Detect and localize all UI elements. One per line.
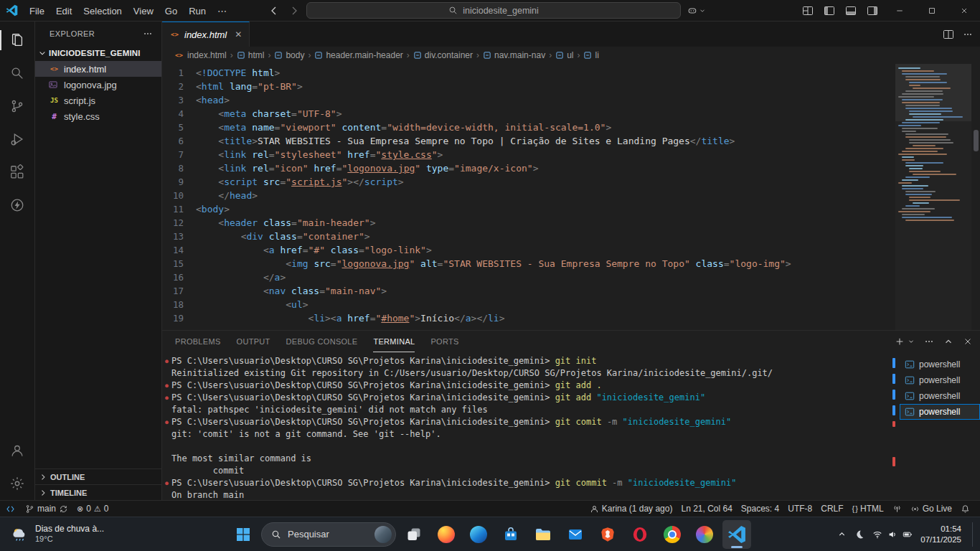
folder-root[interactable]: INICIODESITE_GEMINI — [35, 45, 161, 61]
store-icon[interactable] — [496, 520, 525, 549]
status-scm-info[interactable]: Karina (1 day ago) — [585, 501, 677, 517]
scrollbar-slider[interactable] — [974, 130, 979, 151]
breadcrumb-nav-main-nav[interactable]: nav.main-nav — [483, 50, 545, 60]
status-ports[interactable] — [888, 501, 906, 517]
breadcrumb-header-main-header[interactable]: header.main-header — [314, 50, 402, 60]
minimap-slider[interactable] — [895, 64, 971, 121]
terminal-viewport[interactable]: ●PS C:\Users\usuario\Desktop\CURSO SG\Pr… — [162, 352, 890, 500]
tray-chevron-up-icon[interactable] — [837, 529, 847, 539]
chrome-icon[interactable] — [658, 520, 687, 549]
breadcrumb-index-html[interactable]: <>index.html — [174, 50, 227, 61]
menu-item-go[interactable]: Go — [159, 4, 183, 19]
breadcrumb-ul[interactable]: ul — [555, 50, 573, 60]
brave-icon[interactable] — [593, 520, 622, 549]
source-control-icon[interactable] — [0, 90, 34, 123]
start-button[interactable] — [229, 520, 258, 549]
show-desktop-button[interactable] — [972, 522, 976, 547]
task-view-icon[interactable] — [400, 520, 428, 549]
file-script-js[interactable]: JSscript.js — [35, 93, 161, 108]
breadcrumb-li[interactable]: li — [583, 50, 598, 60]
panel-tab-ports[interactable]: PORTS — [430, 331, 458, 352]
close-tab-icon[interactable]: ✕ — [235, 29, 242, 39]
panel-tab-output[interactable]: OUTPUT — [237, 331, 270, 352]
terminal-session-4[interactable]: powershell — [900, 404, 980, 420]
file-style-css[interactable]: #style.css — [35, 108, 161, 124]
git-branch-indicator[interactable]: main — [21, 501, 72, 517]
status-go-live[interactable]: Go Live — [906, 501, 956, 517]
remote-indicator[interactable] — [0, 501, 21, 517]
breadcrumb-html[interactable]: html — [237, 50, 265, 60]
maximize-panel-icon[interactable] — [943, 336, 953, 347]
photos-icon[interactable] — [690, 520, 719, 549]
editor-more-actions-icon[interactable] — [963, 29, 973, 39]
firefox-icon[interactable] — [432, 520, 461, 549]
copilot-icon[interactable] — [687, 6, 697, 16]
code-editor[interactable]: 1<!DOCTYPE html>2<html lang="pt-BR">3<he… — [162, 64, 980, 330]
panel-tab-problems[interactable]: PROBLEMS — [175, 331, 221, 352]
menu-item-selection[interactable]: Selection — [77, 4, 127, 19]
search-icon[interactable] — [0, 57, 34, 90]
account-icon[interactable] — [0, 434, 34, 467]
back-icon[interactable] — [268, 5, 280, 17]
panel-tab-debug-console[interactable]: DEBUG CONSOLE — [286, 331, 358, 352]
breadcrumb-body[interactable]: body — [274, 50, 304, 60]
terminal-dropdown-icon[interactable] — [908, 338, 915, 345]
close-panel-icon[interactable] — [963, 336, 973, 347]
file-explorer-icon[interactable] — [529, 520, 557, 549]
menu-item-run[interactable]: Run — [183, 4, 212, 19]
minimize-button[interactable] — [883, 0, 915, 21]
outline-section[interactable]: OUTLINE — [35, 468, 161, 484]
vscode-icon[interactable] — [722, 520, 751, 549]
explorer-icon[interactable] — [0, 24, 34, 57]
file-index-html[interactable]: <>index.html — [35, 61, 161, 77]
forward-icon[interactable] — [288, 5, 300, 17]
new-terminal-icon[interactable] — [895, 336, 905, 347]
status-indentation[interactable]: Spaces: 4 — [737, 501, 783, 517]
toggle-panel-icon[interactable] — [840, 0, 862, 21]
opera-icon[interactable] — [626, 520, 654, 549]
weather-widget[interactable]: Dias de chuva à... 19°C — [0, 517, 114, 551]
maximize-button[interactable] — [915, 0, 948, 21]
customize-layout-icon[interactable] — [797, 0, 819, 21]
panel-more-actions-icon[interactable] — [924, 336, 934, 347]
split-editor-icon[interactable] — [943, 29, 954, 40]
status-notifications[interactable] — [956, 501, 974, 517]
menu-item-edit[interactable]: Edit — [50, 4, 77, 19]
breadcrumb-div-container[interactable]: div.container — [413, 50, 473, 60]
terminal-session-3[interactable]: powershell — [900, 388, 980, 404]
taskbar-search[interactable]: Pesquisar — [261, 522, 396, 547]
edge-icon[interactable] — [464, 520, 493, 549]
menu-item-file[interactable]: File — [24, 4, 50, 19]
toggle-primary-sidebar-icon[interactable] — [819, 0, 840, 21]
status-encoding[interactable]: UTF-8 — [783, 501, 816, 517]
line-number: 10 — [162, 189, 196, 202]
timeline-section[interactable]: TIMELINE — [35, 484, 161, 500]
settings-icon[interactable] — [0, 467, 34, 500]
file-logonova-jpg[interactable]: logonova.jpg — [35, 77, 161, 93]
line-number: 6 — [162, 134, 196, 148]
run-debug-icon[interactable] — [0, 123, 34, 156]
status-cursor-position[interactable]: Ln 21, Col 64 — [677, 501, 736, 517]
menu-item-more[interactable]: ⋯ — [212, 4, 232, 19]
tab-index-html[interactable]: <> index.html ✕ — [162, 22, 250, 47]
problems-indicator[interactable]: ⊗0 ⚠0 — [72, 501, 113, 517]
quick-settings[interactable] — [872, 529, 913, 540]
command-gutter — [162, 428, 171, 441]
mail-icon[interactable] — [561, 520, 590, 549]
toggle-secondary-sidebar-icon[interactable] — [862, 0, 883, 21]
close-button[interactable] — [948, 0, 980, 21]
command-center-search[interactable]: iniciodesite_gemini — [306, 2, 681, 19]
menu-item-view[interactable]: View — [128, 4, 159, 19]
minimap[interactable] — [895, 64, 971, 330]
thunder-client-icon[interactable] — [0, 189, 34, 222]
taskbar-clock[interactable]: 01:54 07/11/2025 — [920, 524, 961, 545]
status-language-mode[interactable]: { }HTML — [848, 501, 888, 517]
extensions-icon[interactable] — [0, 156, 34, 189]
terminal-session-1[interactable]: powershell — [900, 357, 980, 372]
terminal-session-2[interactable]: powershell — [900, 372, 980, 388]
panel-tab-terminal[interactable]: TERMINAL — [373, 331, 415, 352]
night-mode-moon-icon[interactable] — [854, 529, 864, 540]
status-eol[interactable]: CRLF — [816, 501, 847, 517]
explorer-more-actions-icon[interactable] — [143, 29, 153, 39]
chevron-down-icon[interactable] — [699, 7, 706, 14]
